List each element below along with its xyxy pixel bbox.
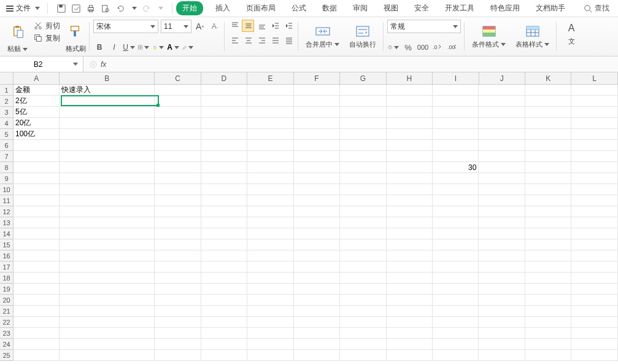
cell[interactable]: [60, 284, 155, 295]
print-icon[interactable]: [86, 4, 96, 14]
row-header[interactable]: 1: [0, 85, 14, 96]
cell[interactable]: [433, 140, 479, 151]
cell[interactable]: [479, 328, 525, 339]
cell[interactable]: [14, 151, 60, 162]
cell[interactable]: [247, 250, 293, 261]
cell[interactable]: [433, 239, 479, 250]
cell[interactable]: [155, 261, 201, 273]
cell[interactable]: [525, 239, 571, 250]
cell[interactable]: [387, 295, 433, 306]
cell[interactable]: [479, 96, 525, 107]
cell[interactable]: [479, 317, 525, 328]
cell[interactable]: [247, 228, 293, 239]
tab-insert[interactable]: 插入: [212, 1, 234, 15]
cell[interactable]: [479, 261, 525, 273]
cell[interactable]: [433, 317, 479, 328]
cell[interactable]: [387, 350, 433, 361]
cell[interactable]: [201, 173, 247, 184]
cell[interactable]: [433, 85, 479, 96]
cell[interactable]: [247, 339, 293, 350]
cell[interactable]: [525, 250, 571, 261]
cell[interactable]: [571, 140, 617, 151]
cell[interactable]: [571, 184, 617, 195]
cell[interactable]: 30: [433, 162, 479, 173]
cell[interactable]: [433, 273, 479, 284]
cell[interactable]: [571, 206, 617, 217]
search-button[interactable]: 查找: [584, 3, 616, 14]
cell[interactable]: [387, 228, 433, 239]
cell[interactable]: [479, 173, 525, 184]
cell[interactable]: [155, 306, 201, 317]
cell[interactable]: [201, 261, 247, 273]
row-header[interactable]: 14: [0, 228, 14, 239]
cell[interactable]: [571, 118, 617, 129]
tab-page-layout[interactable]: 页面布局: [242, 1, 279, 15]
cell[interactable]: [247, 284, 293, 295]
cell[interactable]: [247, 206, 293, 217]
cell[interactable]: [247, 350, 293, 361]
cell[interactable]: [294, 151, 340, 162]
cell[interactable]: [247, 184, 293, 195]
name-box[interactable]: [0, 56, 83, 72]
cell[interactable]: [60, 228, 155, 239]
cell[interactable]: [294, 239, 340, 250]
cell[interactable]: [155, 96, 201, 107]
row-header[interactable]: 22: [0, 317, 14, 328]
cell[interactable]: [387, 173, 433, 184]
row-header[interactable]: 18: [0, 273, 14, 284]
cell[interactable]: 金额: [14, 85, 60, 96]
cell[interactable]: [155, 284, 201, 295]
comma-button[interactable]: 000: [417, 41, 429, 53]
column-header[interactable]: D: [201, 72, 247, 85]
fx-icon[interactable]: fx: [101, 60, 106, 69]
cell[interactable]: [340, 261, 386, 273]
cell[interactable]: [201, 217, 247, 228]
cell[interactable]: [155, 173, 201, 184]
cell[interactable]: [155, 118, 201, 129]
cell[interactable]: [479, 295, 525, 306]
cell[interactable]: [60, 140, 155, 151]
cell[interactable]: [571, 96, 617, 107]
row-header[interactable]: 4: [0, 118, 14, 129]
cut-button[interactable]: 剪切: [32, 20, 61, 32]
cell[interactable]: [479, 306, 525, 317]
cell[interactable]: [294, 328, 340, 339]
cell[interactable]: [247, 295, 293, 306]
cell[interactable]: [340, 273, 386, 284]
cell[interactable]: [155, 140, 201, 151]
cell[interactable]: [155, 250, 201, 261]
cell[interactable]: [294, 184, 340, 195]
cell[interactable]: [201, 118, 247, 129]
cell[interactable]: [479, 250, 525, 261]
cell[interactable]: [479, 339, 525, 350]
cell[interactable]: [525, 173, 571, 184]
merge-center-button[interactable]: 合并居中: [302, 20, 343, 53]
cell[interactable]: [155, 195, 201, 206]
cell[interactable]: [294, 140, 340, 151]
cell[interactable]: [201, 350, 247, 361]
bold-button[interactable]: B: [93, 41, 106, 53]
row-header[interactable]: 15: [0, 239, 14, 250]
cell[interactable]: [525, 85, 571, 96]
cell[interactable]: [294, 162, 340, 173]
cell[interactable]: [247, 195, 293, 206]
cell[interactable]: [571, 239, 617, 250]
cell[interactable]: [247, 162, 293, 173]
cell[interactable]: 5亿: [14, 107, 60, 118]
chevron-down-icon[interactable]: [132, 7, 137, 10]
increase-indent-button[interactable]: [282, 20, 295, 32]
column-header[interactable]: L: [571, 72, 617, 85]
tab-review[interactable]: 审阅: [349, 1, 371, 15]
cell[interactable]: [340, 173, 386, 184]
cell[interactable]: [387, 239, 433, 250]
increase-decimal-button[interactable]: .0: [431, 41, 444, 53]
align-right-button[interactable]: [255, 34, 268, 47]
cell[interactable]: 100亿: [14, 129, 60, 140]
cell[interactable]: [387, 85, 433, 96]
cell[interactable]: [14, 173, 60, 184]
font-name-select[interactable]: 宋体: [93, 20, 158, 33]
cell[interactable]: [60, 328, 155, 339]
cell[interactable]: [340, 350, 386, 361]
cell[interactable]: [433, 151, 479, 162]
tab-data[interactable]: 数据: [319, 1, 341, 15]
